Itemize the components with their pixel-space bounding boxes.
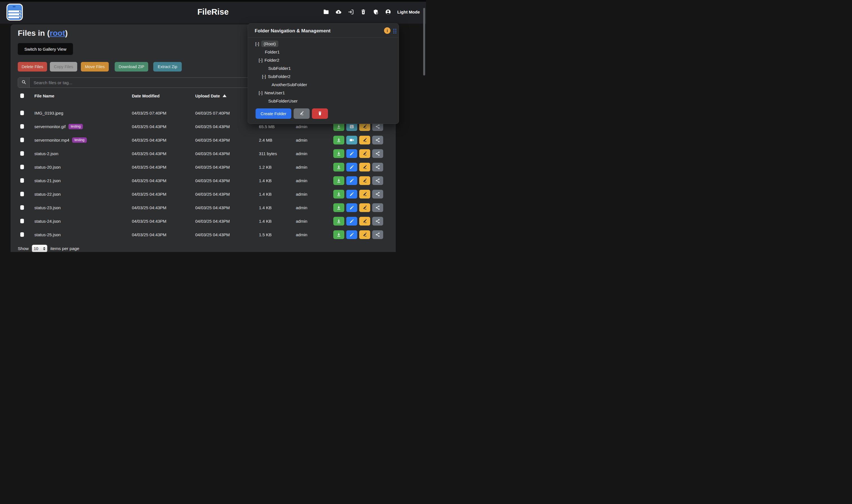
scrollbar-thumb[interactable] (423, 8, 425, 75)
info-icon[interactable]: i (384, 27, 390, 34)
folder-label[interactable]: (Root) (261, 40, 278, 47)
rename-folder-button[interactable] (294, 108, 310, 119)
folder-label[interactable]: Folder2 (264, 58, 279, 62)
folder-tree-item[interactable]: [-](Root) (248, 40, 399, 48)
account-icon[interactable] (385, 9, 392, 15)
folder-tree: [-](Root)Folder1[-]Folder2SubFolder1[-]S… (248, 40, 399, 105)
row-checkbox[interactable] (20, 138, 24, 142)
upload-date-cell: 04/03/25 04:43PM (195, 133, 230, 147)
share-button[interactable] (372, 217, 383, 226)
column-header-file-name[interactable]: File Name (34, 89, 54, 103)
rename-button[interactable] (359, 230, 370, 239)
cloud-upload-icon[interactable] (335, 9, 342, 15)
file-name-cell: status-2.json (34, 147, 58, 160)
folder-label[interactable]: AnotherSubFolder (272, 82, 307, 87)
upload-date-label: Upload Date (195, 93, 220, 98)
delete-files-button[interactable]: Delete Files (18, 62, 47, 72)
download-button[interactable] (333, 203, 344, 212)
page-title-suffix: ) (65, 29, 68, 37)
share-button[interactable] (372, 190, 383, 198)
select-all-checkbox[interactable] (20, 93, 24, 98)
row-checkbox[interactable] (20, 165, 24, 169)
download-button[interactable] (333, 136, 344, 144)
share-button[interactable] (372, 163, 383, 172)
row-checkbox[interactable] (20, 178, 24, 183)
collapse-toggle[interactable]: [-] (259, 58, 263, 62)
folder-icon[interactable] (323, 9, 329, 15)
rename-button[interactable] (359, 217, 370, 226)
row-checkbox[interactable] (20, 232, 24, 237)
rename-button[interactable] (359, 190, 370, 198)
folder-tree-item[interactable]: SubFolder1 (248, 64, 399, 72)
column-header-upload-date[interactable]: Upload Date (195, 89, 227, 103)
folder-label[interactable]: Folder1 (265, 50, 280, 54)
edit-button[interactable] (346, 217, 357, 226)
download-button[interactable] (333, 176, 344, 185)
copy-files-button[interactable]: Copy Files (50, 62, 77, 72)
folder-label[interactable]: NewUser1 (264, 90, 285, 95)
folder-tree-item[interactable]: SubFolderUser (248, 97, 399, 105)
folder-tree-item[interactable]: [-]NewUser1 (248, 89, 399, 97)
collapse-toggle[interactable]: [-] (255, 41, 259, 46)
items-per-page-select[interactable]: 10 (32, 245, 47, 252)
root-folder-link[interactable]: root (50, 29, 65, 37)
edit-button[interactable] (346, 190, 357, 198)
switch-gallery-view-button[interactable]: Switch to Gallery View (18, 43, 73, 55)
download-button[interactable] (333, 149, 344, 158)
row-checkbox[interactable] (20, 111, 24, 115)
table-row: status-20.json04/03/25 04:43PM04/03/25 0… (11, 160, 395, 174)
file-size-cell: 1.4 KB (259, 214, 272, 228)
folder-tree-item[interactable]: AnotherSubFolder (248, 80, 399, 89)
delete-folder-button[interactable] (312, 108, 328, 119)
folder-label[interactable]: SubFolder1 (268, 66, 291, 71)
download-button[interactable] (333, 190, 344, 198)
download-button[interactable] (333, 217, 344, 226)
share-button[interactable] (372, 136, 383, 144)
rename-button[interactable] (359, 149, 370, 158)
file-name-cell: servermonitor.giftesting (34, 120, 83, 133)
edit-button[interactable] (346, 149, 357, 158)
row-checkbox[interactable] (20, 124, 24, 129)
file-name: status-23.json (34, 205, 60, 210)
download-button[interactable] (333, 163, 344, 172)
row-checkbox[interactable] (20, 219, 24, 223)
rename-button[interactable] (359, 163, 370, 172)
exit-icon[interactable] (348, 9, 354, 15)
share-button[interactable] (372, 176, 383, 185)
row-checkbox[interactable] (20, 151, 24, 156)
rename-button[interactable] (359, 176, 370, 185)
extract-zip-button[interactable]: Extract Zip (153, 62, 182, 72)
admin-shield-icon[interactable] (372, 9, 379, 15)
move-files-button[interactable]: Move Files (81, 62, 109, 72)
table-row: servermonitor.mp4testing04/03/25 04:43PM… (11, 133, 395, 147)
edit-button[interactable] (346, 230, 357, 239)
folder-label[interactable]: SubFolderUser (268, 98, 297, 103)
share-button[interactable] (372, 149, 383, 158)
column-header-date-modified[interactable]: Date Modified (132, 89, 159, 103)
rename-button[interactable] (359, 136, 370, 144)
preview-video-button[interactable] (346, 136, 357, 144)
search-button[interactable] (18, 78, 30, 88)
rename-button[interactable] (359, 203, 370, 212)
folder-label[interactable]: SubFolder2 (268, 74, 291, 79)
edit-button[interactable] (346, 203, 357, 212)
collapse-toggle[interactable]: [-] (259, 90, 263, 95)
folder-tree-item[interactable]: Folder1 (248, 48, 399, 56)
folder-tree-item[interactable]: [-]SubFolder2 (248, 72, 399, 80)
share-button[interactable] (372, 203, 383, 212)
download-button[interactable] (333, 230, 344, 239)
download-zip-button[interactable]: Download ZIP (115, 62, 148, 72)
trash-restore-icon[interactable] (360, 9, 367, 15)
search-input[interactable] (30, 78, 249, 88)
share-button[interactable] (372, 230, 383, 239)
file-size-cell: 1.4 KB (259, 187, 272, 201)
edit-button[interactable] (346, 163, 357, 172)
drag-handle-icon[interactable] (393, 28, 397, 35)
collapse-toggle[interactable]: [-] (262, 74, 266, 79)
theme-toggle[interactable]: Light Mode (397, 0, 420, 24)
row-checkbox[interactable] (20, 205, 24, 210)
folder-tree-item[interactable]: [-]Folder2 (248, 56, 399, 64)
row-checkbox[interactable] (20, 192, 24, 196)
edit-button[interactable] (346, 176, 357, 185)
create-folder-button[interactable]: Create Folder (256, 108, 291, 119)
